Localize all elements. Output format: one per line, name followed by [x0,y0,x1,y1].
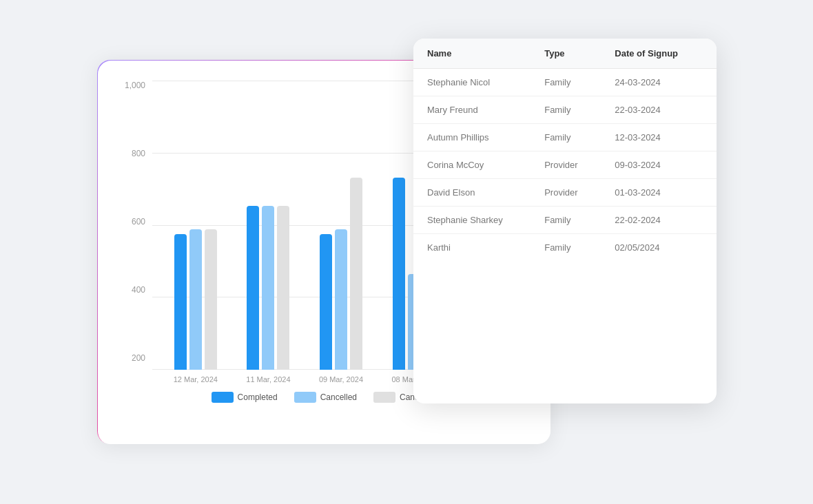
table-card: NameTypeDate of Signup Stephanie NicolFa… [413,39,717,403]
bar [335,229,347,370]
table-cell-name: Stephanie Sharkey [427,215,544,225]
table-cell-date: 12-03-2024 [615,132,703,143]
table-row: David ElsonProvider01-03-2024 [413,179,717,207]
x-axis-label: 11 Mar, 2024 [232,375,305,384]
table-row: Stephanie NicolFamily24-03-2024 [413,69,717,96]
table-row: KarthiFamily02/05/2024 [413,234,717,261]
table-cell-date: 01-03-2024 [615,187,703,198]
bar [174,234,187,370]
bar [247,206,259,370]
y-axis-label: 200 [132,353,145,363]
table-cell-name: David Elson [427,187,544,198]
y-axis-label: 800 [132,149,145,158]
table-cell-type: Family [544,215,615,225]
y-axis-label: 600 [132,217,145,227]
y-axis-label: 1,000 [125,81,145,90]
bar [277,206,289,370]
legend-label: Completed [238,392,278,402]
table-cell-type: Family [544,105,615,115]
scene: 1,000800600400200 12 Mar, 202411 Mar, 20… [96,39,717,465]
table-column-header: Type [544,48,615,59]
bar [262,206,274,370]
table-cell-date: 09-03-2024 [615,160,703,170]
table-cell-type: Provider [544,187,615,198]
bar [320,234,332,370]
bar-group [159,229,232,370]
table-cell-type: Family [544,242,615,253]
bar-group [232,206,305,370]
legend-label: Cancelled [320,392,357,402]
bar-group [305,178,378,370]
bar [350,178,362,370]
legend-item: Cancelled [294,392,357,403]
table-cell-name: Mary Freund [427,105,544,115]
bar [205,229,217,370]
table-cell-name: Autumn Phillips [427,132,544,143]
y-axis: 1,000800600400200 [118,81,152,384]
table-cell-date: 02/05/2024 [615,242,703,253]
table-row: Corina McCoyProvider09-03-2024 [413,151,717,179]
table-cell-date: 24-03-2024 [615,77,703,87]
bar [189,229,202,370]
table-column-header: Date of Signup [615,48,703,59]
legend-item: Completed [212,392,278,403]
legend-swatch [212,392,234,403]
table-cell-date: 22-03-2024 [615,105,703,115]
table-column-header: Name [427,48,544,59]
table-body: Stephanie NicolFamily24-03-2024Mary Freu… [413,69,717,261]
table-row: Mary FreundFamily22-03-2024 [413,96,717,124]
table-cell-name: Corina McCoy [427,160,544,170]
legend-swatch [294,392,316,403]
table-row: Autumn PhillipsFamily12-03-2024 [413,124,717,151]
table-cell-name: Karthi [427,242,544,253]
table-cell-type: Family [544,132,615,143]
table-cell-name: Stephanie Nicol [427,77,544,87]
bar [393,178,405,370]
table-cell-date: 22-02-2024 [615,215,703,225]
table-header: NameTypeDate of Signup [413,39,717,69]
x-axis-label: 12 Mar, 2024 [159,375,232,384]
legend-swatch [373,392,395,403]
table-cell-type: Provider [544,160,615,170]
y-axis-label: 400 [132,285,145,295]
table-cell-type: Family [544,77,615,87]
x-axis-label: 09 Mar, 2024 [305,375,378,384]
table-row: Stephanie SharkeyFamily22-02-2024 [413,207,717,234]
